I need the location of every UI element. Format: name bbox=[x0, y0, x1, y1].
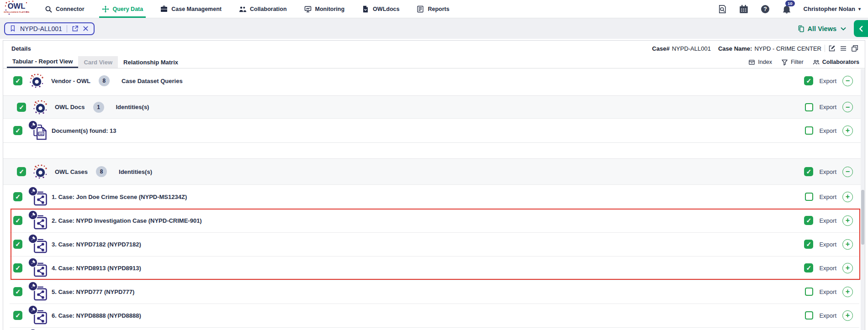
group-owl-docs: OWL Docs 1 Identities(s) Export − Docume… bbox=[3, 95, 865, 143]
collapse-panel-button[interactable] bbox=[854, 20, 868, 37]
row-checkbox[interactable] bbox=[17, 103, 26, 112]
row-checkbox[interactable] bbox=[13, 240, 22, 249]
bell-icon[interactable]: 10 bbox=[782, 5, 791, 14]
people-icon bbox=[239, 5, 246, 13]
row-checkbox[interactable] bbox=[13, 311, 22, 320]
case-number-label: Case# bbox=[652, 45, 669, 52]
tree-item-row: 5. Case: NYPD777 (NYPD777) Export + bbox=[3, 280, 865, 304]
expand-icon[interactable]: + bbox=[842, 215, 853, 226]
case-icon bbox=[25, 210, 50, 231]
item-label: 3. Case: NYPD7182 (NYPD7182) bbox=[52, 241, 141, 248]
expand-icon[interactable]: + bbox=[842, 287, 853, 297]
export-checkbox[interactable] bbox=[804, 167, 813, 176]
scrollbar-thumb[interactable] bbox=[861, 190, 864, 245]
nav-item-collaboration[interactable]: Collaboration bbox=[237, 0, 289, 18]
nav-item-monitoring[interactable]: Monitoring bbox=[302, 0, 347, 18]
group-header-row: OWL Docs 1 Identities(s) Export − bbox=[3, 96, 865, 119]
count-badge: 1 bbox=[93, 102, 104, 113]
expand-icon[interactable]: + bbox=[842, 263, 853, 273]
pin-icon bbox=[28, 186, 38, 196]
case-name-label: Case Name: bbox=[718, 45, 752, 52]
count-badge: 8 bbox=[99, 75, 110, 86]
report-search-icon[interactable] bbox=[718, 5, 727, 14]
index-button[interactable]: Index bbox=[748, 59, 772, 66]
move-arrows-icon bbox=[102, 5, 109, 13]
collapse-icon[interactable]: − bbox=[842, 167, 853, 177]
export-checkbox[interactable] bbox=[805, 288, 813, 296]
pin-icon bbox=[28, 234, 38, 244]
export-checkbox[interactable] bbox=[804, 76, 813, 85]
count-badge: 8 bbox=[96, 166, 107, 177]
export-label: Export bbox=[819, 194, 836, 200]
expand-icon[interactable]: + bbox=[842, 310, 853, 321]
index-icon bbox=[748, 59, 755, 66]
expand-icon[interactable]: + bbox=[842, 192, 853, 202]
all-views-dropdown[interactable]: All Views bbox=[797, 25, 847, 32]
group-title: OWL Docs bbox=[55, 104, 85, 110]
collaborators-button[interactable]: Collaborators bbox=[813, 59, 859, 66]
nav-item-owldocs[interactable]: OWLdocs bbox=[360, 0, 401, 18]
filter-button[interactable]: Filter bbox=[781, 59, 804, 66]
row-checkbox[interactable] bbox=[13, 216, 22, 225]
export-label: Export bbox=[819, 127, 836, 134]
divider bbox=[67, 25, 67, 32]
logo-text: OWL bbox=[8, 2, 26, 10]
nav-item-query-data[interactable]: Query Data bbox=[100, 0, 145, 18]
tree-item-row-partial bbox=[3, 327, 865, 330]
monitor-icon bbox=[304, 5, 312, 13]
group-owl-cases: OWL Cases 8 Identities(s) Export − 1. Ca… bbox=[3, 158, 865, 330]
open-edit-icon[interactable] bbox=[72, 25, 79, 32]
export-checkbox[interactable] bbox=[804, 263, 813, 272]
export-checkbox[interactable] bbox=[805, 193, 813, 201]
main-menu: Connector Query Data Case Management Col… bbox=[29, 0, 451, 18]
nav-item-case-management[interactable]: Case Management bbox=[159, 0, 223, 18]
owl-source-icon bbox=[32, 99, 48, 115]
row-checkbox[interactable] bbox=[13, 287, 22, 296]
menu-icon[interactable] bbox=[840, 45, 847, 52]
tab-tabular-report-view[interactable]: Tabular - Report View bbox=[7, 56, 78, 68]
tree-item-row: 6. Case: NYPD8888 (NYPD8888) Export + bbox=[3, 304, 865, 327]
row-checkbox[interactable] bbox=[13, 263, 22, 272]
report-icon bbox=[417, 5, 424, 13]
row-checkbox[interactable] bbox=[13, 192, 22, 201]
row-checkbox[interactable] bbox=[13, 126, 22, 135]
vertical-scrollbar[interactable] bbox=[861, 69, 865, 330]
query-results-tree: Vendor - OWL 8 Case Dataset Queries Expo… bbox=[3, 71, 865, 330]
windows-icon[interactable] bbox=[851, 45, 858, 52]
user-name: Christopher Nolan bbox=[804, 5, 855, 12]
collapse-icon[interactable]: − bbox=[842, 102, 853, 112]
export-checkbox[interactable] bbox=[805, 311, 813, 320]
calendar-icon[interactable] bbox=[739, 5, 748, 14]
export-label: Export bbox=[819, 78, 836, 84]
pin-icon bbox=[28, 120, 38, 130]
export-checkbox[interactable] bbox=[805, 103, 813, 111]
export-checkbox[interactable] bbox=[805, 126, 813, 135]
tree-item-row: Document(s) found: 13 Export + bbox=[3, 119, 865, 142]
briefcase-icon bbox=[160, 5, 168, 13]
row-checkbox[interactable] bbox=[13, 76, 22, 85]
case-icon bbox=[25, 281, 50, 302]
all-views-label: All Views bbox=[808, 25, 836, 32]
query-chip-label: NYPD-ALL001 bbox=[20, 25, 62, 32]
expand-icon[interactable]: + bbox=[842, 239, 853, 250]
page-title: Details bbox=[11, 45, 31, 52]
item-label: 6. Case: NYPD8888 (NYPD8888) bbox=[52, 312, 141, 319]
collapse-icon[interactable]: − bbox=[842, 76, 853, 86]
query-chip[interactable]: NYPD-ALL001 bbox=[4, 22, 95, 35]
owl-logo[interactable]: OWL INTELLIGENCE PLATFORM bbox=[4, 0, 29, 18]
nav-item-connector[interactable]: Connector bbox=[43, 0, 86, 18]
expand-icon[interactable]: + bbox=[842, 126, 853, 136]
edit-icon[interactable] bbox=[828, 45, 836, 52]
tab-card-view[interactable]: Card View bbox=[78, 56, 118, 68]
export-label: Export bbox=[819, 104, 836, 110]
close-icon[interactable] bbox=[82, 25, 89, 32]
help-icon[interactable]: ? bbox=[761, 5, 770, 14]
export-checkbox[interactable] bbox=[804, 216, 813, 225]
export-checkbox[interactable] bbox=[804, 240, 813, 249]
tab-relationship-matrix[interactable]: Relationship Matrix bbox=[118, 56, 184, 68]
nav-item-reports[interactable]: Reports bbox=[415, 0, 451, 18]
pages-icon bbox=[797, 25, 804, 32]
nav-item-label: Connector bbox=[56, 6, 85, 12]
user-menu[interactable]: Christopher Nolan ▾ bbox=[804, 5, 861, 12]
row-checkbox[interactable] bbox=[17, 167, 26, 176]
